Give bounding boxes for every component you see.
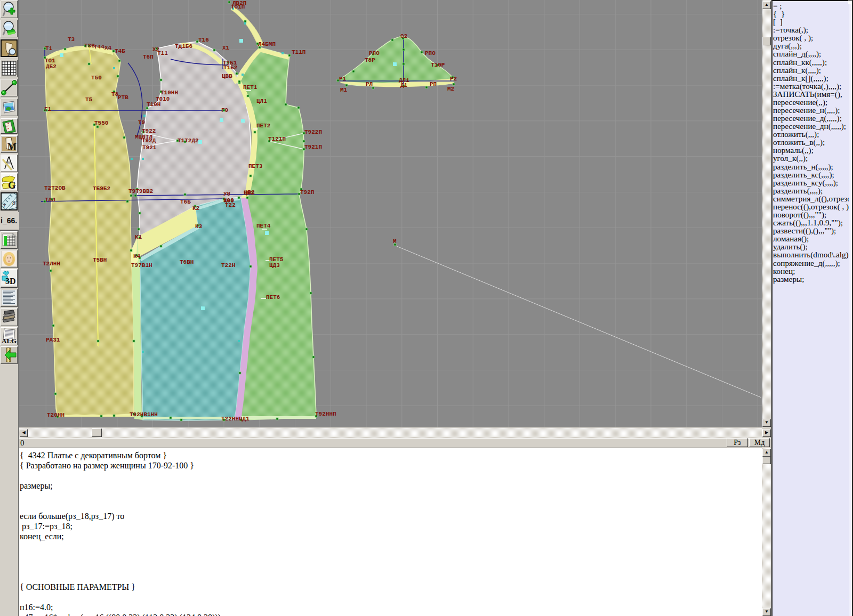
svg-text:Т4Б: Т4Б: [115, 48, 125, 54]
svg-text:ТАЛ: ТАЛ: [45, 197, 55, 203]
svg-text:ALG: ALG: [2, 337, 17, 344]
svg-text:Т10НН: Т10НН: [160, 90, 178, 96]
svg-text:ЦД3: ЦД3: [269, 262, 280, 269]
svg-text:О2: О2: [400, 33, 407, 39]
svg-text:Г1: Г1: [44, 106, 52, 112]
svg-text:Т44: Т44: [94, 44, 104, 50]
svg-text:Т6Б: Т6Б: [180, 199, 191, 205]
svg-text:Л4БМП: Л4БМП: [258, 41, 276, 47]
svg-text:ПЕТ2: ПЕТ2: [256, 123, 270, 129]
svg-text:Т921П: Т921П: [304, 144, 322, 150]
svg-text:Т922П: Т922П: [304, 129, 322, 135]
svg-text:Т92ННП: Т92ННП: [315, 411, 336, 417]
svg-text:К2: К2: [192, 205, 199, 212]
svg-text:Т50: Т50: [91, 75, 102, 81]
svg-text:Т2ЛНН: Т2ЛНН: [43, 261, 60, 267]
svg-text:Т11П: Т11П: [292, 49, 305, 55]
svg-text:Т1: Т1: [45, 45, 53, 52]
svg-text:Р2: Р2: [450, 76, 457, 82]
svg-text:Р1: Р1: [339, 76, 347, 82]
svg-text:ПЕТ6: ПЕТ6: [266, 294, 280, 301]
svg-text:Т20НН: Т20НН: [47, 412, 65, 418]
svg-text:Т3: Т3: [68, 36, 75, 43]
svg-text:Т22Н: Т22Н: [221, 262, 235, 269]
svg-text:Т1Б2: Т1Б2: [223, 64, 237, 71]
svg-text:РП: РП: [430, 81, 437, 87]
svg-text:Т10Р: Т10Р: [431, 62, 445, 68]
svg-text:К3: К3: [195, 223, 203, 230]
svg-text:Т10Н: Т10Н: [147, 101, 160, 108]
svg-text:Т6П: Т6П: [143, 54, 154, 60]
svg-text:Тд1Б6: Тд1Б6: [175, 43, 192, 50]
svg-text:Т5: Т5: [85, 96, 93, 103]
svg-text:РЛ: РЛ: [366, 81, 373, 87]
svg-text:Т1Т2Д2: Т1Т2Д2: [178, 137, 199, 144]
svg-text:Т16: Т16: [198, 37, 209, 43]
svg-text:РЛО: РЛО: [369, 50, 380, 56]
svg-text:ПЕТ4: ПЕТ4: [256, 223, 271, 229]
svg-text:ДБ2: ДБ2: [46, 63, 57, 70]
svg-text:Д1: Д1: [400, 82, 408, 88]
svg-text:Т8Р: Т8Р: [365, 57, 375, 63]
svg-text:Т22ННЦД1: Т22ННЦД1: [221, 416, 250, 422]
svg-text:Т00: Т00: [223, 198, 234, 204]
svg-text:8: 8: [12, 200, 15, 206]
svg-text:Т92Д: Т92Д: [142, 137, 156, 144]
svg-text:Т9: Т9: [138, 119, 145, 126]
svg-text:G: G: [8, 180, 16, 190]
svg-text:К1: К1: [135, 234, 142, 240]
svg-text:РПО: РПО: [425, 50, 436, 56]
svg-text:РТВ: РТВ: [118, 94, 128, 101]
svg-text:ЦВВ: ЦВВ: [222, 73, 232, 79]
svg-text:Т92П: Т92П: [300, 189, 314, 196]
svg-text:Т92НВ1НН: Т92НВ1НН: [130, 411, 158, 418]
svg-text:М2: М2: [447, 86, 454, 92]
svg-text:Х1: Х1: [222, 45, 230, 51]
svg-text:7: 7: [3, 204, 6, 209]
svg-text:Т97В1Н: Т97В1Н: [131, 262, 152, 269]
svg-text:ТО1П: ТО1П: [231, 4, 245, 10]
svg-text:Х4: Х4: [104, 45, 112, 51]
svg-text:ПЕТ1: ПЕТ1: [243, 84, 257, 91]
svg-text:Т121П: Т121П: [268, 136, 286, 142]
svg-text:Т9Т9ВВ2: Т9Т9ВВ2: [128, 188, 153, 194]
svg-text:Т5ВН: Т5ВН: [93, 257, 107, 263]
svg-text:Т6ВН: Т6ВН: [180, 259, 194, 265]
svg-text:Т550: Т550: [94, 120, 108, 126]
svg-text:ЦЛ1: ЦЛ1: [256, 98, 267, 104]
svg-text:3D: 3D: [5, 277, 16, 286]
svg-text:Т921: Т921: [142, 144, 157, 151]
svg-text:ЦВ2: ЦВ2: [244, 190, 254, 196]
svg-text:Т11: Т11: [157, 50, 168, 56]
svg-text:Т2Т2ОВ: Т2Т2ОВ: [44, 185, 66, 191]
svg-text:РА31: РА31: [46, 337, 60, 343]
svg-text:М1: М1: [340, 87, 348, 93]
svg-text:М: М: [393, 238, 397, 245]
svg-text:ПЕТ3: ПЕТ3: [248, 163, 263, 169]
svg-text:У8: У8: [223, 191, 231, 197]
svg-text:Г0: Г0: [221, 107, 228, 114]
svg-text:M: M: [7, 142, 17, 152]
svg-text:ТБ9Б2: ТБ9Б2: [93, 185, 110, 192]
svg-text:К4: К4: [133, 253, 141, 260]
